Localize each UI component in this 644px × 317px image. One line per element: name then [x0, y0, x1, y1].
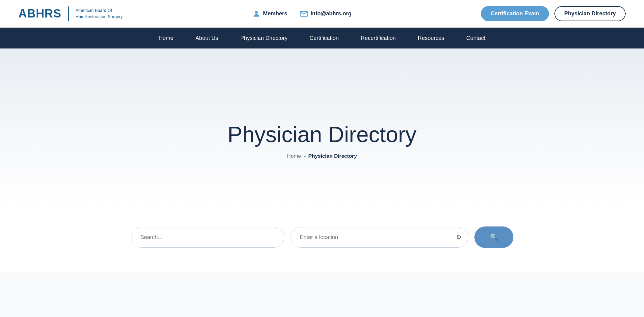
- breadcrumb-current: Physician Directory: [308, 153, 357, 159]
- logo-full: American Board OfHair Restoration Surger…: [75, 8, 123, 20]
- physician-directory-button[interactable]: Physician Directory: [554, 6, 626, 21]
- search-icon: 🔍: [490, 233, 498, 241]
- search-input-wrap: [131, 227, 284, 248]
- nav-about-us[interactable]: About Us: [184, 28, 229, 48]
- header-right-buttons: Certification Exam Physician Directory: [481, 6, 626, 21]
- email-link[interactable]: info@abhrs.org: [300, 10, 352, 18]
- person-icon: [252, 10, 261, 18]
- breadcrumb-home[interactable]: Home: [287, 153, 301, 159]
- nav-home[interactable]: Home: [148, 28, 184, 48]
- members-link[interactable]: Members: [252, 10, 287, 18]
- svg-point-0: [255, 11, 258, 14]
- certification-exam-button[interactable]: Certification Exam: [481, 6, 549, 21]
- page-title: Physician Directory: [228, 122, 416, 147]
- nav-certification[interactable]: Certification: [298, 28, 350, 48]
- email-icon: [300, 10, 308, 18]
- page-hero: Physician Directory Home » Physician Dir…: [0, 48, 644, 208]
- site-header: ABHRS American Board OfHair Restoration …: [0, 0, 644, 28]
- main-navbar: Home About Us Physician Directory Certif…: [0, 28, 644, 48]
- breadcrumb: Home » Physician Directory: [287, 153, 357, 159]
- logo-abbr: ABHRS: [18, 7, 61, 20]
- search-input[interactable]: [131, 227, 284, 248]
- search-area: ⚙ 🔍: [0, 208, 644, 273]
- location-input-wrap: ⚙: [290, 227, 468, 248]
- members-label: Members: [263, 10, 287, 17]
- nav-physician-directory[interactable]: Physician Directory: [229, 28, 298, 48]
- gear-icon[interactable]: ⚙: [456, 234, 462, 241]
- logo-area[interactable]: ABHRS American Board OfHair Restoration …: [18, 6, 123, 21]
- logo-divider: [68, 6, 69, 21]
- breadcrumb-separator: »: [303, 154, 306, 159]
- email-label: info@abhrs.org: [311, 10, 352, 17]
- nav-recertification[interactable]: Recertification: [350, 28, 407, 48]
- search-button[interactable]: 🔍: [474, 226, 513, 248]
- location-input[interactable]: [290, 227, 468, 248]
- nav-contact[interactable]: Contact: [455, 28, 496, 48]
- nav-resources[interactable]: Resources: [407, 28, 455, 48]
- header-center-links: Members info@abhrs.org: [252, 10, 352, 18]
